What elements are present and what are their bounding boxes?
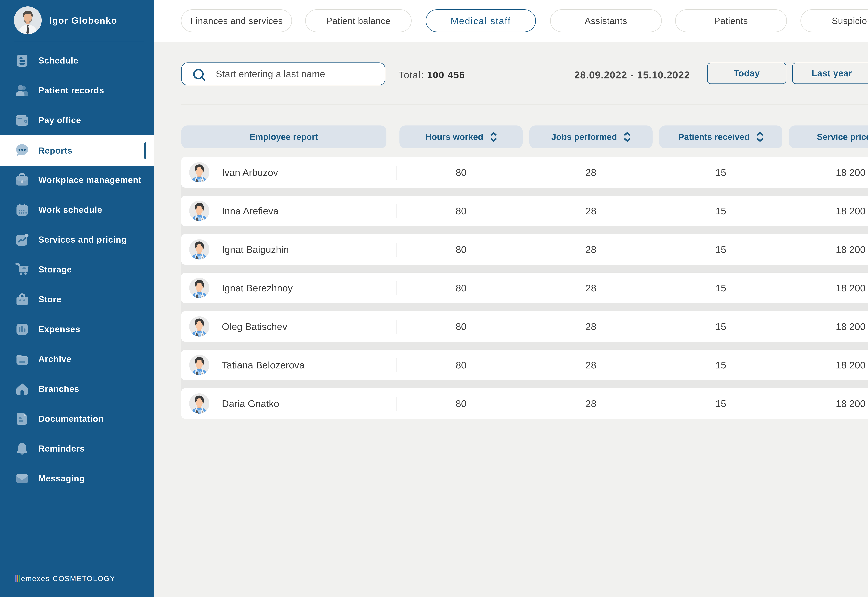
svg-text:emexes-COSMETOLOGY: emexes-COSMETOLOGY [21, 575, 115, 582]
